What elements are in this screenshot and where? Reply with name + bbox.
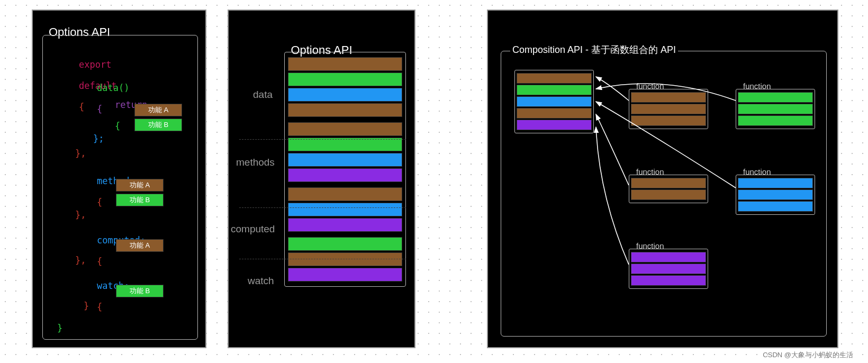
divider-3 xyxy=(239,259,406,259)
stack-bar xyxy=(288,57,402,71)
fn-bar xyxy=(738,92,813,103)
watermark: CSDN @大象与小蚂蚁的生活 xyxy=(763,350,853,360)
result-bar xyxy=(517,73,592,84)
fn-group-5 xyxy=(629,249,708,289)
fn-bar xyxy=(631,189,706,200)
fn-bar xyxy=(631,178,706,188)
chip-feature-b-1: 功能 B xyxy=(134,119,182,131)
stack-bar xyxy=(288,88,402,102)
stack-bar xyxy=(288,268,402,282)
options-stack-box xyxy=(284,52,406,287)
composition-result-group xyxy=(514,70,594,133)
result-bar xyxy=(517,108,592,119)
fn-bar xyxy=(738,201,813,212)
fn-bar xyxy=(738,178,813,188)
stack-bar xyxy=(288,153,402,167)
fn-bar xyxy=(631,275,706,286)
stack-bar xyxy=(288,218,402,232)
label-data: data xyxy=(253,89,273,101)
panel-composition: Composition API - 基于函数组合的 API function f… xyxy=(487,10,838,348)
label-computed: computed xyxy=(231,223,275,235)
result-bar xyxy=(517,96,592,107)
label-methods: methods xyxy=(236,157,275,168)
chip-feature-b-2: 功能 B xyxy=(116,194,164,206)
fn-group-2 xyxy=(736,89,815,129)
stack-bar xyxy=(288,72,402,86)
stack-bar xyxy=(288,237,402,251)
fn-group-1 xyxy=(629,89,708,129)
fn-bar xyxy=(631,115,706,126)
tok-brace-ret: { xyxy=(115,121,120,131)
fn-bar xyxy=(631,92,706,103)
chip-feature-a-3: 功能 A xyxy=(116,239,164,252)
result-bar xyxy=(517,120,592,130)
chip-feature-a-1: 功能 A xyxy=(134,104,182,116)
fn-group-4 xyxy=(736,175,815,215)
fn-bar xyxy=(631,264,706,274)
label-watch: watch xyxy=(248,275,274,287)
divider-2 xyxy=(239,207,406,208)
fn-bar xyxy=(631,252,706,262)
stack-bar xyxy=(288,203,402,216)
result-bar xyxy=(517,85,592,95)
code-line-computed-close: }, xyxy=(75,255,86,266)
code-line-watch-close: } xyxy=(84,301,89,311)
stack-bar xyxy=(288,122,402,136)
chip-feature-a-2: 功能 A xyxy=(116,179,164,192)
stack-bar xyxy=(288,168,402,182)
fn-bar xyxy=(738,115,813,126)
panel-options-stack: Options API data methods computed watch xyxy=(228,10,415,348)
chip-feature-b-3: 功能 B xyxy=(116,285,164,297)
code-line-data-close: }, xyxy=(75,148,86,159)
fn-bar xyxy=(738,189,813,200)
stack-bar xyxy=(288,252,402,266)
fn-bar xyxy=(631,104,706,114)
code-line-methods-close: }, xyxy=(75,210,86,220)
code-line-ret-close: }; xyxy=(93,133,104,144)
stack-bar xyxy=(288,103,402,117)
tok-export: export xyxy=(79,59,111,70)
divider-1 xyxy=(239,139,406,140)
code-line-final-close: } xyxy=(57,323,62,333)
fn-group-3 xyxy=(629,175,708,203)
panel-options-code: Options API export default { data() { re… xyxy=(32,10,206,348)
panel3-title: Composition API - 基于函数组合的 API xyxy=(510,43,678,56)
fn-bar xyxy=(738,104,813,114)
stack-bar xyxy=(288,187,402,201)
